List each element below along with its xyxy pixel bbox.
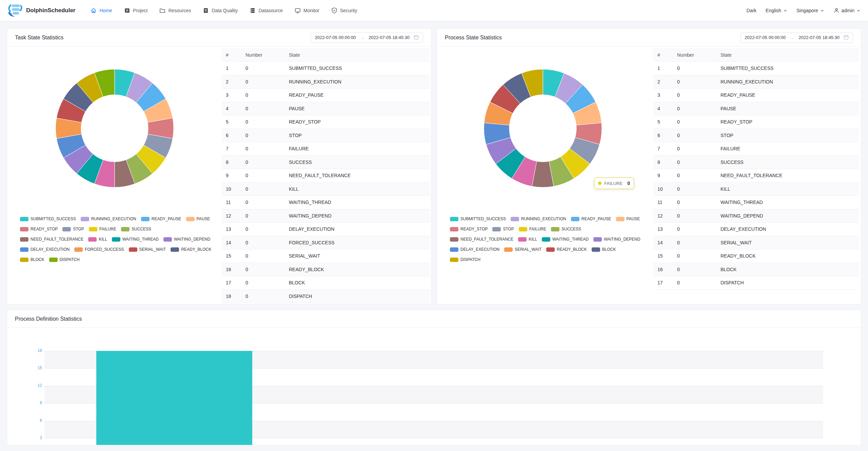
cell-index: 9 [222, 173, 241, 178]
table-row: 60STOP [653, 129, 859, 143]
legend-label: PAUSE [197, 217, 210, 221]
legend-label: FAILURE [99, 227, 116, 231]
legend-item-ready-block[interactable]: READY_BLOCK [546, 247, 587, 252]
legend-item-waiting-depend[interactable]: WAITING_DEPEND [593, 237, 640, 242]
timezone-select[interactable]: Singapore [796, 8, 824, 13]
menu-item-project[interactable]: Project [124, 7, 148, 14]
bar-process-definition[interactable] [96, 351, 252, 446]
legend-item-success[interactable]: SUCCESS [551, 227, 581, 231]
legend-item-ready-block[interactable]: READY_BLOCK [171, 247, 211, 252]
process-state-table: #NumberState10SUBMITTED_SUCCESS20RUNNING… [653, 48, 859, 290]
legend-item-failure[interactable]: FAILURE [89, 227, 116, 231]
legend-label: WAITING_DEPEND [604, 237, 640, 242]
cell-number: 0 [241, 240, 285, 245]
process-date-range-picker[interactable]: 2022-07-05 00:00:00 → 2022-07-05 18:45:3… [741, 33, 853, 43]
legend-item-delay-execution[interactable]: DELAY_EXECUTION [450, 247, 499, 252]
cell-number: 0 [241, 92, 285, 98]
menu-item-label: Project [133, 8, 148, 13]
card-title: Process State Statistics [445, 35, 502, 41]
legend-item-block[interactable]: BLOCK [20, 257, 44, 262]
legend-item-need-fault-tolerance[interactable]: NEED_FAULT_TOLERANCE [450, 237, 513, 242]
language-select[interactable]: English [766, 8, 787, 13]
legend-item-ready-pause[interactable]: READY_PAUSE [141, 217, 181, 221]
menu-item-monitor[interactable]: Monitor [294, 7, 319, 14]
task-date-range-picker[interactable]: 2022-07-05 00:00:00 → 2022-07-05 18:45:3… [311, 33, 423, 43]
legend-item-waiting-depend[interactable]: WAITING_DEPEND [163, 237, 211, 242]
cell-state: KILL [716, 186, 859, 192]
menu-item-resources[interactable]: Resources [159, 7, 191, 14]
legend-item-delay-execution[interactable]: DELAY_EXECUTION [20, 247, 70, 252]
legend-item-success[interactable]: SUCCESS [121, 227, 151, 231]
cell-state: SUBMITTED_SUCCESS [285, 65, 430, 71]
legend-item-waiting-thread[interactable]: WAITING_THREAD [542, 237, 589, 242]
legend-item-running-execution[interactable]: RUNNING_EXECUTION [81, 217, 136, 221]
legend-item-kill[interactable]: KILL [88, 237, 107, 242]
legend-item-pause[interactable]: PAUSE [186, 217, 210, 221]
cell-number: 0 [673, 240, 716, 245]
table-row: 100KILL [653, 183, 859, 196]
legend-label: WAITING_THREAD [122, 237, 159, 242]
legend-item-forced-success[interactable]: FORCED_SUCCESS [74, 247, 124, 252]
legend-item-ready-stop[interactable]: READY_STOP [450, 227, 488, 231]
cell-number: 0 [673, 267, 716, 272]
legend-label: READY_PAUSE [152, 217, 181, 221]
legend-item-dispatch[interactable]: DISPATCH [450, 257, 480, 262]
pie-tooltip: FAILURE 0 [594, 177, 634, 189]
legend-swatch [171, 247, 179, 252]
task-state-pie-chart [55, 69, 174, 188]
arrow-right-icon: → [360, 35, 364, 40]
menu-item-data-quality[interactable]: Data Quality [202, 7, 238, 14]
y-axis-tick: 3 [7, 435, 42, 440]
legend-item-submitted-success[interactable]: SUBMITTED_SUCCESS [20, 217, 76, 221]
legend-item-stop[interactable]: STOP [62, 227, 84, 231]
menu-item-datasource[interactable]: Datasource [249, 7, 283, 14]
legend-swatch [163, 237, 172, 242]
cell-number: 0 [241, 173, 285, 178]
table-row: 110WAITING_THREAD [653, 196, 859, 209]
home-icon [90, 7, 97, 14]
legend-item-stop[interactable]: STOP [492, 227, 514, 231]
cell-state: PAUSE [716, 106, 859, 111]
security-icon [331, 7, 338, 14]
legend-item-ready-pause[interactable]: READY_PAUSE [571, 217, 611, 221]
brand[interactable]: DolphinScheduler [7, 4, 75, 17]
menu-item-home[interactable]: Home [90, 7, 112, 14]
legend-swatch [511, 217, 519, 221]
cell-index: 14 [653, 240, 673, 245]
legend-swatch [542, 237, 550, 242]
menu-item-security[interactable]: Security [331, 7, 357, 14]
legend-item-running-execution[interactable]: RUNNING_EXECUTION [511, 217, 566, 221]
legend-item-pause[interactable]: PAUSE [616, 217, 640, 221]
card-title: Process Definition Statistics [15, 316, 82, 322]
legend-item-serial-wait[interactable]: SERIAL_WAIT [504, 247, 541, 252]
cell-number: 0 [673, 119, 716, 125]
legend-swatch [492, 227, 501, 231]
legend-item-kill[interactable]: KILL [518, 237, 537, 242]
cell-index: 10 [222, 186, 241, 192]
legend-item-failure[interactable]: FAILURE [519, 227, 546, 231]
legend-item-dispatch[interactable]: DISPATCH [49, 257, 80, 262]
legend-item-waiting-thread[interactable]: WAITING_THREAD [112, 237, 159, 242]
legend-item-block[interactable]: BLOCK [592, 247, 616, 252]
cell-state: WAITING_DEPEND [716, 213, 859, 219]
legend-item-need-fault-tolerance[interactable]: NEED_FAULT_TOLERANCE [20, 237, 83, 242]
definition-card-header: Process Definition Statistics [7, 310, 861, 328]
legend-item-ready-stop[interactable]: READY_STOP [20, 227, 58, 231]
legend-label: NEED_FAULT_TOLERANCE [460, 237, 513, 242]
cell-index: 9 [653, 173, 673, 178]
cell-state: READY_BLOCK [716, 253, 859, 259]
cell-state: PAUSE [285, 106, 430, 111]
legend-item-serial-wait[interactable]: SERIAL_WAIT [129, 247, 166, 252]
cell-index: 15 [653, 253, 673, 259]
cell-state: SUCCESS [285, 159, 430, 165]
legend-item-submitted-success[interactable]: SUBMITTED_SUCCESS [450, 217, 506, 221]
user-menu[interactable]: admin [833, 7, 861, 14]
table-header-row: #NumberState [222, 48, 430, 62]
legend-swatch [20, 227, 28, 231]
legend-swatch [571, 217, 579, 221]
cell-index: 7 [222, 146, 241, 151]
table-header-row: #NumberState [653, 48, 859, 62]
cell-number: 0 [241, 267, 285, 272]
theme-toggle[interactable]: Dark [747, 8, 757, 13]
legend-label: SUCCESS [561, 227, 581, 231]
